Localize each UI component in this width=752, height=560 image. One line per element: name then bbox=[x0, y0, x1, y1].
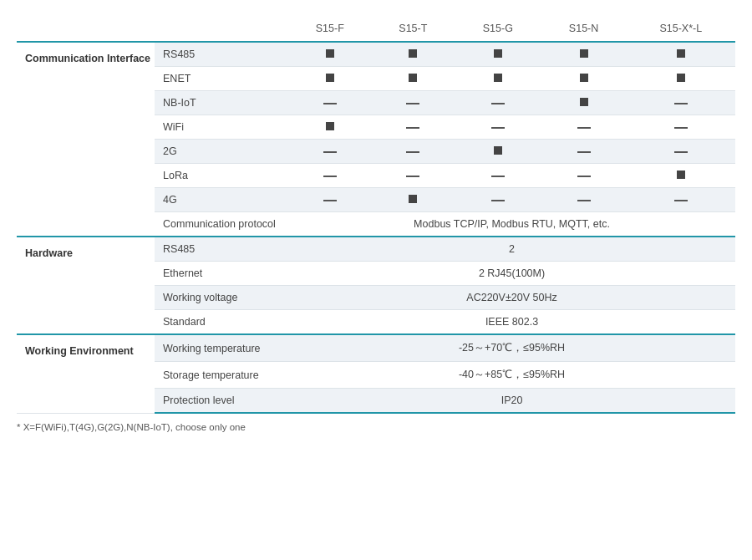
cell-s15g bbox=[455, 115, 541, 140]
spec-table: S15-F S15-T S15-G S15-N S15-X*-L Communi… bbox=[17, 17, 735, 414]
cell-s15f bbox=[288, 91, 372, 115]
check-square-icon bbox=[494, 49, 502, 58]
row-label: Communication protocol bbox=[155, 212, 288, 237]
span-value: IP20 bbox=[288, 389, 735, 414]
footnote: * X=F(WiFi),T(4G),G(2G),N(NB-IoT), choos… bbox=[17, 422, 735, 432]
check-square-icon bbox=[580, 98, 588, 106]
cell-s15f bbox=[288, 188, 372, 212]
row-label: Protection level bbox=[155, 389, 288, 414]
dash-icon bbox=[577, 200, 591, 201]
cell-s15t bbox=[372, 140, 455, 164]
span-value: IEEE 802.3 bbox=[288, 310, 735, 335]
cell-s15g bbox=[455, 140, 541, 164]
span-value: AC220V±20V 50Hz bbox=[288, 286, 735, 310]
cell-s15n bbox=[541, 164, 627, 188]
category-label: Working Environment bbox=[17, 334, 155, 413]
dash-icon bbox=[406, 103, 419, 104]
cell-s15t bbox=[372, 42, 455, 67]
check-square-icon bbox=[409, 49, 417, 58]
dash-icon bbox=[323, 176, 337, 177]
span-value: 2 RJ45(100M) bbox=[288, 262, 735, 286]
cell-s15n bbox=[541, 115, 627, 140]
dash-icon bbox=[674, 127, 688, 129]
cell-s15n bbox=[541, 91, 627, 115]
check-square-icon bbox=[494, 74, 502, 82]
cell-s15t bbox=[372, 115, 455, 140]
header-s15t: S15-T bbox=[372, 17, 455, 42]
dash-icon bbox=[674, 103, 688, 104]
cell-s15g bbox=[455, 91, 541, 115]
cell-s15xl bbox=[627, 91, 735, 115]
check-square-icon bbox=[409, 74, 417, 82]
check-square-icon bbox=[677, 49, 685, 58]
header-s15n: S15-N bbox=[541, 17, 627, 42]
check-square-icon bbox=[580, 74, 588, 82]
dash-icon bbox=[491, 200, 505, 201]
row-label: Working voltage bbox=[155, 286, 288, 310]
dash-icon bbox=[491, 127, 505, 129]
cell-s15f bbox=[288, 140, 372, 164]
row-label: 4G bbox=[155, 188, 288, 212]
row-label: Storage temperature bbox=[155, 362, 288, 389]
dash-icon bbox=[323, 200, 337, 201]
check-square-icon bbox=[326, 49, 334, 58]
cell-s15f bbox=[288, 67, 372, 91]
header-s15xl: S15-X*-L bbox=[627, 17, 735, 42]
cell-s15f bbox=[288, 115, 372, 140]
cell-s15f bbox=[288, 164, 372, 188]
cell-s15xl bbox=[627, 115, 735, 140]
cell-s15n bbox=[541, 42, 627, 67]
dash-icon bbox=[577, 176, 591, 177]
dash-icon bbox=[406, 176, 419, 177]
cell-s15xl bbox=[627, 140, 735, 164]
dash-icon bbox=[674, 200, 688, 201]
check-square-icon bbox=[409, 195, 417, 203]
dash-icon bbox=[323, 151, 337, 153]
dash-icon bbox=[491, 103, 505, 104]
cell-s15t bbox=[372, 164, 455, 188]
cell-s15g bbox=[455, 164, 541, 188]
cell-s15t bbox=[372, 67, 455, 91]
dash-icon bbox=[491, 176, 505, 177]
check-square-icon bbox=[677, 74, 685, 82]
cell-s15xl bbox=[627, 188, 735, 212]
row-label: Working temperature bbox=[155, 334, 288, 362]
category-label: Hardware bbox=[17, 237, 155, 334]
header-s15f: S15-F bbox=[288, 17, 372, 42]
header-sublabel bbox=[155, 17, 288, 42]
row-label: 2G bbox=[155, 140, 288, 164]
cell-s15n bbox=[541, 188, 627, 212]
dash-icon bbox=[577, 127, 591, 129]
dash-icon bbox=[406, 151, 419, 153]
category-label: Communication Interface bbox=[17, 42, 155, 237]
span-value: Modbus TCP/IP, Modbus RTU, MQTT, etc. bbox=[288, 212, 735, 237]
header-category bbox=[17, 17, 155, 42]
check-square-icon bbox=[326, 74, 334, 82]
cell-s15g bbox=[455, 67, 541, 91]
row-label: Standard bbox=[155, 310, 288, 335]
dash-icon bbox=[406, 127, 419, 129]
span-value: 2 bbox=[288, 237, 735, 262]
cell-s15n bbox=[541, 140, 627, 164]
row-label: RS485 bbox=[155, 42, 288, 67]
row-label: LoRa bbox=[155, 164, 288, 188]
cell-s15t bbox=[372, 91, 455, 115]
cell-s15xl bbox=[627, 42, 735, 67]
cell-s15n bbox=[541, 67, 627, 91]
span-value: -25～+70℃，≤95%RH bbox=[288, 334, 735, 362]
spec-table-container: S15-F S15-T S15-G S15-N S15-X*-L Communi… bbox=[17, 17, 735, 432]
check-square-icon bbox=[677, 171, 685, 179]
cell-s15xl bbox=[627, 67, 735, 91]
cell-s15g bbox=[455, 42, 541, 67]
row-label: RS485 bbox=[155, 237, 288, 262]
check-square-icon bbox=[580, 49, 588, 58]
dash-icon bbox=[323, 103, 337, 104]
header-s15g: S15-G bbox=[455, 17, 541, 42]
cell-s15t bbox=[372, 188, 455, 212]
dash-icon bbox=[577, 151, 591, 153]
row-label: Ethernet bbox=[155, 262, 288, 286]
cell-s15xl bbox=[627, 164, 735, 188]
check-square-icon bbox=[494, 146, 502, 155]
check-square-icon bbox=[326, 122, 334, 130]
span-value: -40～+85℃，≤95%RH bbox=[288, 362, 735, 389]
